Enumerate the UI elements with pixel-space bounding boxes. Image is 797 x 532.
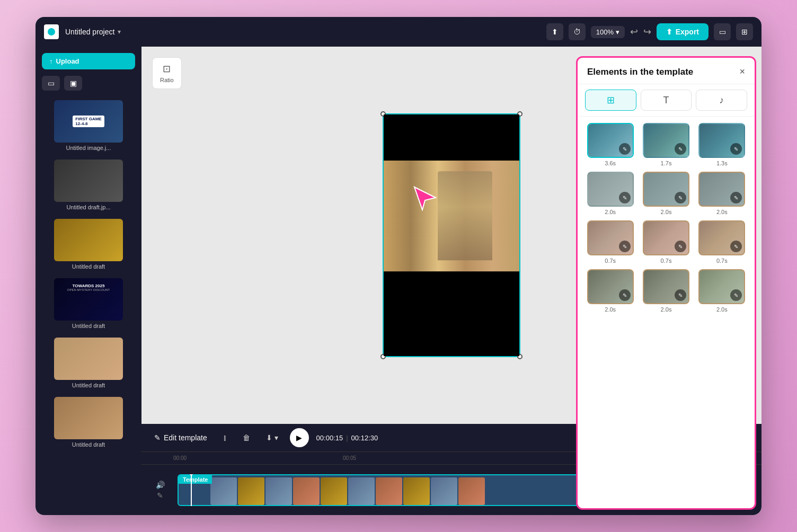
panel-item-4: ✎ 2.0s (585, 172, 635, 215)
top-bar: Untitled project ▾ ⬆ ⏱ 100% ▾ ↩ ↪ ⬆ Expo… (36, 17, 761, 47)
tab-audio[interactable]: ♪ (696, 90, 747, 111)
list-item[interactable]: Untitled draft (36, 333, 141, 393)
panel-thumb-9[interactable]: ✎ (698, 220, 745, 255)
panel-thumb-12[interactable]: ✎ (698, 269, 745, 304)
list-view-button[interactable]: ▭ (42, 76, 60, 91)
trash-icon: 🗑 (243, 433, 250, 442)
media-thumb-5 (54, 338, 123, 380)
canvas-inner (384, 114, 519, 356)
canvas-frame (383, 113, 520, 357)
zoom-control[interactable]: 100% ▾ (591, 26, 625, 38)
panel-item-5: ✎ 2.0s (641, 172, 691, 215)
ratio-label: Ratio (160, 77, 174, 83)
thumb-time-3: 1.3s (716, 160, 728, 166)
track-thumb-7 (376, 477, 402, 505)
edit-template-button[interactable]: ✎ Edit template (150, 430, 211, 445)
thumb-time-7: 0.7s (605, 258, 616, 264)
thumb-time-2: 1.7s (661, 160, 672, 166)
media-thumb-4: TOWARDS 2025 OPEN MYSTERY DISCOUNT (54, 278, 123, 321)
share-icon[interactable]: ⬆ (546, 23, 563, 40)
track-thumb-10 (458, 477, 485, 505)
panel-item-1: ✎ 3.6s (585, 123, 635, 166)
ratio-button[interactable]: ⊡ Ratio (152, 57, 182, 89)
edit-icon-2: ✎ (675, 143, 686, 155)
tab-text[interactable]: T (641, 90, 692, 111)
download-button[interactable]: ⬇ ▾ (262, 430, 282, 445)
panel-thumb-3[interactable]: ✎ (698, 123, 745, 158)
ruler-mark-0: 00:00 (173, 455, 187, 461)
playhead[interactable] (191, 474, 192, 506)
panel-tabs: ⊞ T ♪ (578, 84, 755, 117)
ruler-mark-1: 00:05 (343, 455, 356, 461)
undo-button[interactable]: ↩ (630, 26, 638, 38)
panel-thumb-6[interactable]: ✎ (698, 172, 745, 207)
media-thumb-3 (54, 219, 123, 261)
panel-thumb-8[interactable]: ✎ (643, 220, 689, 255)
tab-video[interactable]: ⊞ (585, 90, 636, 111)
thumb-time-9: 0.7s (716, 258, 728, 264)
upload-icon: ↑ (49, 57, 53, 65)
panel-item-9: ✎ 0.7s (697, 220, 747, 264)
right-panel: Elements in the template × ⊞ T ♪ ✎ 3.6s (576, 56, 756, 510)
upload-button[interactable]: ↑ Upload (42, 53, 135, 69)
time-separator: | (346, 434, 348, 442)
project-chevron-icon: ▾ (118, 28, 121, 36)
panel-thumb-2[interactable]: ✎ (643, 123, 689, 158)
timer-icon[interactable]: ⏱ (569, 23, 586, 40)
left-sidebar: ↑ Upload ▭ ▣ FIRST GAME12-4-8 Untitled i… (36, 47, 141, 515)
svg-point-0 (48, 28, 55, 36)
list-item[interactable]: TOWARDS 2025 OPEN MYSTERY DISCOUNT Untit… (36, 274, 141, 333)
redo-button[interactable]: ↪ (643, 26, 651, 38)
panel-item-10: ✎ 2.0s (585, 269, 635, 313)
media-thumb-1: FIRST GAME12-4-8 (54, 100, 123, 143)
audio-mute-button[interactable]: 🔊 (147, 481, 173, 489)
media-label-4: Untitled draft (54, 323, 123, 329)
current-time: 00:00:15 (316, 434, 343, 442)
delete-button[interactable]: 🗑 (238, 430, 254, 445)
project-name-area[interactable]: Untitled project ▾ (65, 28, 121, 36)
play-button[interactable]: ▶ (290, 428, 309, 447)
panel-item-8: ✎ 0.7s (641, 220, 691, 264)
split-button[interactable]: ⫿ (219, 430, 231, 445)
grid-icon[interactable]: ⊞ (736, 23, 753, 40)
media-label-2: Untitled draft.jp... (54, 204, 123, 210)
panel-close-button[interactable]: × (739, 66, 745, 77)
media-thumb-2 (54, 159, 123, 202)
panel-thumb-1[interactable]: ✎ (587, 123, 634, 158)
export-label: Export (676, 28, 699, 36)
track-thumb-1 (210, 477, 237, 505)
export-button[interactable]: ⬆ Export (657, 23, 709, 40)
panel-thumb-11[interactable]: ✎ (643, 269, 689, 304)
thumb-time-1: 3.6s (605, 160, 616, 166)
panel-item-2: ✎ 1.7s (641, 123, 691, 166)
panel-item-7: ✎ 0.7s (585, 220, 635, 264)
grid-view-button[interactable]: ▣ (64, 76, 82, 91)
edit-icon-1: ✎ (619, 143, 631, 155)
media-label-6: Untitled draft (54, 441, 123, 448)
list-item[interactable]: Untitled draft (36, 393, 141, 452)
media-label-5: Untitled draft (54, 382, 123, 388)
list-item[interactable]: Untitled draft.jp... (36, 155, 141, 215)
top-controls: ⬆ ⏱ 100% ▾ ↩ ↪ ⬆ Export ▭ ⊞ (546, 23, 753, 40)
app-window: Untitled project ▾ ⬆ ⏱ 100% ▾ ↩ ↪ ⬆ Expo… (36, 17, 761, 515)
panel-thumb-10[interactable]: ✎ (587, 269, 634, 304)
panel-thumb-7[interactable]: ✎ (587, 220, 634, 255)
thumb-time-5: 2.0s (661, 209, 672, 215)
split-icon: ⫿ (223, 433, 227, 442)
panel-item-3: ✎ 1.3s (697, 123, 747, 166)
pen-button[interactable]: ✎ (147, 491, 173, 500)
video-insert (384, 161, 519, 272)
edit-icon-11: ✎ (675, 289, 686, 301)
panel-thumb-4[interactable]: ✎ (587, 172, 634, 207)
panel-item-11: ✎ 2.0s (641, 269, 691, 313)
panel-thumb-5[interactable]: ✎ (643, 172, 689, 207)
list-item[interactable]: FIRST GAME12-4-8 Untitled image.j... (36, 96, 141, 155)
edit-icon-7: ✎ (619, 241, 631, 252)
thumb-time-12: 2.0s (716, 306, 728, 313)
right-panel-header: Elements in the template × (578, 58, 755, 84)
edit-icon-8: ✎ (675, 241, 686, 252)
view-toggle: ▭ ▣ (36, 76, 141, 96)
layout-icon[interactable]: ▭ (714, 23, 731, 40)
list-item[interactable]: Untitled draft (36, 215, 141, 274)
project-name-label: Untitled project (65, 28, 114, 36)
